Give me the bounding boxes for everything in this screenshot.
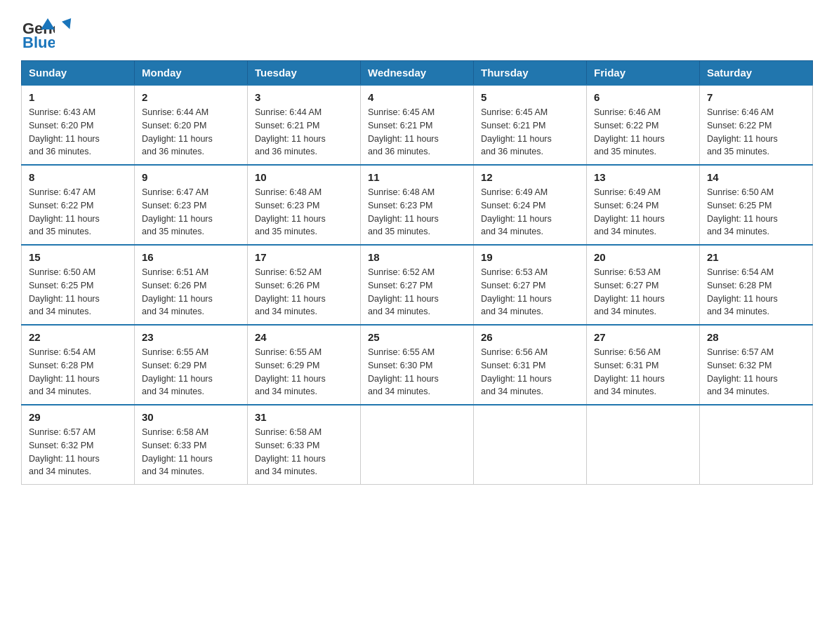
day-info: Sunrise: 6:54 AM Sunset: 6:28 PM Dayligh…: [707, 266, 805, 318]
logo-triangle-icon: [60, 17, 76, 32]
calendar-cell: 20 Sunrise: 6:53 AM Sunset: 6:27 PM Dayl…: [587, 245, 700, 325]
calendar-cell: 18 Sunrise: 6:52 AM Sunset: 6:27 PM Dayl…: [361, 245, 474, 325]
day-number: 5: [481, 91, 579, 103]
day-info: Sunrise: 6:43 AM Sunset: 6:20 PM Dayligh…: [29, 106, 127, 159]
weekday-header-wednesday: Wednesday: [361, 61, 474, 86]
day-info: Sunrise: 6:52 AM Sunset: 6:27 PM Dayligh…: [368, 266, 466, 318]
weekday-header-saturday: Saturday: [700, 61, 813, 86]
day-info: Sunrise: 6:47 AM Sunset: 6:22 PM Dayligh…: [29, 186, 127, 239]
day-number: 7: [707, 91, 805, 103]
calendar-cell: 2 Sunrise: 6:44 AM Sunset: 6:20 PM Dayli…: [135, 85, 248, 165]
calendar-week-row: 1 Sunrise: 6:43 AM Sunset: 6:20 PM Dayli…: [22, 85, 813, 165]
day-info: Sunrise: 6:57 AM Sunset: 6:32 PM Dayligh…: [707, 346, 805, 398]
weekday-header-tuesday: Tuesday: [248, 61, 361, 86]
calendar-cell: 26 Sunrise: 6:56 AM Sunset: 6:31 PM Dayl…: [474, 325, 587, 405]
weekday-header-sunday: Sunday: [22, 61, 135, 86]
calendar-week-row: 8 Sunrise: 6:47 AM Sunset: 6:22 PM Dayli…: [22, 165, 813, 245]
calendar-cell: 27 Sunrise: 6:56 AM Sunset: 6:31 PM Dayl…: [587, 325, 700, 405]
calendar-cell: 4 Sunrise: 6:45 AM Sunset: 6:21 PM Dayli…: [361, 85, 474, 165]
day-number: 10: [255, 171, 353, 183]
calendar-cell: 28 Sunrise: 6:57 AM Sunset: 6:32 PM Dayl…: [700, 325, 813, 405]
day-info: Sunrise: 6:56 AM Sunset: 6:31 PM Dayligh…: [594, 346, 692, 398]
svg-marker-3: [62, 18, 74, 31]
calendar-cell: 15 Sunrise: 6:50 AM Sunset: 6:25 PM Dayl…: [22, 245, 135, 325]
day-number: 14: [707, 171, 805, 183]
calendar-cell: 29 Sunrise: 6:57 AM Sunset: 6:32 PM Dayl…: [22, 405, 135, 485]
day-number: 13: [594, 171, 692, 183]
day-number: 1: [29, 91, 127, 103]
day-info: Sunrise: 6:52 AM Sunset: 6:26 PM Dayligh…: [255, 266, 353, 318]
day-info: Sunrise: 6:57 AM Sunset: 6:32 PM Dayligh…: [29, 426, 127, 478]
day-info: Sunrise: 6:49 AM Sunset: 6:24 PM Dayligh…: [594, 186, 692, 239]
day-number: 26: [481, 331, 579, 343]
day-number: 21: [707, 251, 805, 263]
day-info: Sunrise: 6:55 AM Sunset: 6:29 PM Dayligh…: [142, 346, 240, 398]
day-number: 17: [255, 251, 353, 263]
day-number: 28: [707, 331, 805, 343]
calendar-week-row: 29 Sunrise: 6:57 AM Sunset: 6:32 PM Dayl…: [22, 405, 813, 485]
calendar-cell: 19 Sunrise: 6:53 AM Sunset: 6:27 PM Dayl…: [474, 245, 587, 325]
logo-icon: General Blue: [21, 15, 55, 49]
day-info: Sunrise: 6:51 AM Sunset: 6:26 PM Dayligh…: [142, 266, 240, 318]
day-number: 30: [142, 411, 240, 423]
calendar-cell: 24 Sunrise: 6:55 AM Sunset: 6:29 PM Dayl…: [248, 325, 361, 405]
day-number: 24: [255, 331, 353, 343]
day-info: Sunrise: 6:53 AM Sunset: 6:27 PM Dayligh…: [481, 266, 579, 318]
day-info: Sunrise: 6:50 AM Sunset: 6:25 PM Dayligh…: [707, 186, 805, 239]
calendar-cell: 1 Sunrise: 6:43 AM Sunset: 6:20 PM Dayli…: [22, 85, 135, 165]
calendar-cell: 14 Sunrise: 6:50 AM Sunset: 6:25 PM Dayl…: [700, 165, 813, 245]
calendar-cell: 16 Sunrise: 6:51 AM Sunset: 6:26 PM Dayl…: [135, 245, 248, 325]
calendar-cell: 22 Sunrise: 6:54 AM Sunset: 6:28 PM Dayl…: [22, 325, 135, 405]
calendar-cell: 12 Sunrise: 6:49 AM Sunset: 6:24 PM Dayl…: [474, 165, 587, 245]
weekday-header-monday: Monday: [135, 61, 248, 86]
calendar-cell: 3 Sunrise: 6:44 AM Sunset: 6:21 PM Dayli…: [248, 85, 361, 165]
weekday-header-friday: Friday: [587, 61, 700, 86]
day-info: Sunrise: 6:53 AM Sunset: 6:27 PM Dayligh…: [594, 266, 692, 318]
day-info: Sunrise: 6:46 AM Sunset: 6:22 PM Dayligh…: [594, 106, 692, 159]
day-info: Sunrise: 6:49 AM Sunset: 6:24 PM Dayligh…: [481, 186, 579, 239]
calendar-week-row: 15 Sunrise: 6:50 AM Sunset: 6:25 PM Dayl…: [22, 245, 813, 325]
day-number: 15: [29, 251, 127, 263]
day-number: 11: [368, 171, 466, 183]
calendar-cell: 9 Sunrise: 6:47 AM Sunset: 6:23 PM Dayli…: [135, 165, 248, 245]
calendar-cell: 8 Sunrise: 6:47 AM Sunset: 6:22 PM Dayli…: [22, 165, 135, 245]
day-info: Sunrise: 6:58 AM Sunset: 6:33 PM Dayligh…: [142, 426, 240, 478]
calendar-cell: 30 Sunrise: 6:58 AM Sunset: 6:33 PM Dayl…: [135, 405, 248, 485]
calendar-cell: [474, 405, 587, 485]
day-number: 27: [594, 331, 692, 343]
svg-text:Blue: Blue: [22, 34, 55, 49]
day-number: 19: [481, 251, 579, 263]
day-info: Sunrise: 6:56 AM Sunset: 6:31 PM Dayligh…: [481, 346, 579, 398]
day-number: 3: [255, 91, 353, 103]
day-info: Sunrise: 6:58 AM Sunset: 6:33 PM Dayligh…: [255, 426, 353, 478]
calendar-cell: 11 Sunrise: 6:48 AM Sunset: 6:23 PM Dayl…: [361, 165, 474, 245]
day-info: Sunrise: 6:48 AM Sunset: 6:23 PM Dayligh…: [255, 186, 353, 239]
calendar-week-row: 22 Sunrise: 6:54 AM Sunset: 6:28 PM Dayl…: [22, 325, 813, 405]
calendar-cell: 6 Sunrise: 6:46 AM Sunset: 6:22 PM Dayli…: [587, 85, 700, 165]
calendar-table: SundayMondayTuesdayWednesdayThursdayFrid…: [21, 60, 813, 485]
day-number: 20: [594, 251, 692, 263]
calendar-cell: 13 Sunrise: 6:49 AM Sunset: 6:24 PM Dayl…: [587, 165, 700, 245]
page-header: General Blue: [21, 14, 813, 49]
calendar-cell: 7 Sunrise: 6:46 AM Sunset: 6:22 PM Dayli…: [700, 85, 813, 165]
day-info: Sunrise: 6:45 AM Sunset: 6:21 PM Dayligh…: [481, 106, 579, 159]
day-number: 18: [368, 251, 466, 263]
day-number: 6: [594, 91, 692, 103]
day-info: Sunrise: 6:55 AM Sunset: 6:29 PM Dayligh…: [255, 346, 353, 398]
title-block: [76, 14, 813, 17]
calendar-cell: 17 Sunrise: 6:52 AM Sunset: 6:26 PM Dayl…: [248, 245, 361, 325]
day-number: 9: [142, 171, 240, 183]
day-info: Sunrise: 6:46 AM Sunset: 6:22 PM Dayligh…: [707, 106, 805, 159]
day-number: 8: [29, 171, 127, 183]
day-number: 23: [142, 331, 240, 343]
day-info: Sunrise: 6:44 AM Sunset: 6:21 PM Dayligh…: [255, 106, 353, 159]
logo: General Blue: [21, 14, 59, 49]
day-info: Sunrise: 6:45 AM Sunset: 6:21 PM Dayligh…: [368, 106, 466, 159]
day-info: Sunrise: 6:48 AM Sunset: 6:23 PM Dayligh…: [368, 186, 466, 239]
day-number: 12: [481, 171, 579, 183]
calendar-cell: 31 Sunrise: 6:58 AM Sunset: 6:33 PM Dayl…: [248, 405, 361, 485]
day-info: Sunrise: 6:44 AM Sunset: 6:20 PM Dayligh…: [142, 106, 240, 159]
day-info: Sunrise: 6:54 AM Sunset: 6:28 PM Dayligh…: [29, 346, 127, 398]
day-info: Sunrise: 6:47 AM Sunset: 6:23 PM Dayligh…: [142, 186, 240, 239]
calendar-cell: [587, 405, 700, 485]
